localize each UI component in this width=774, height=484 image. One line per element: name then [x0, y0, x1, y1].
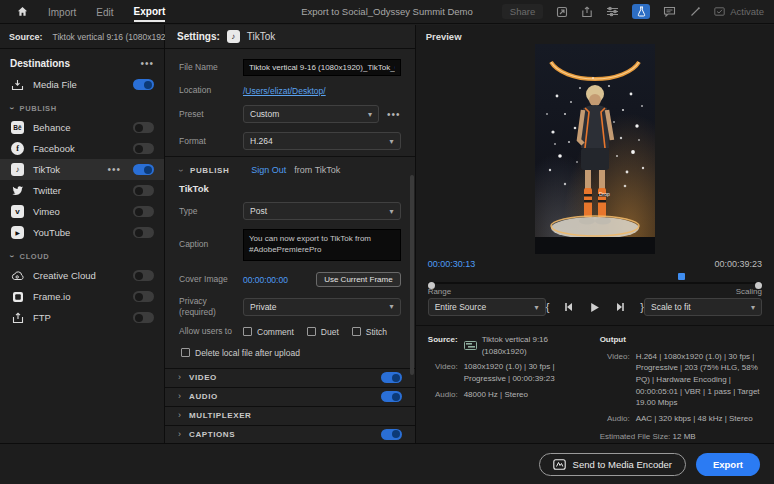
use-current-frame-button[interactable]: Use Current Frame [316, 272, 400, 287]
preset-select[interactable]: Custom▾ [243, 105, 379, 123]
publish-section-label: PUBLISH [190, 166, 229, 175]
twitter-toggle[interactable] [133, 185, 154, 196]
ftp-toggle[interactable] [133, 312, 154, 323]
current-timecode[interactable]: 00:00:30:13 [428, 259, 476, 269]
range-in-handle[interactable] [428, 282, 435, 289]
multiplexer-section[interactable]: › MULTIPLEXER [165, 406, 415, 425]
tab-edit[interactable]: Edit [96, 3, 113, 21]
pen-tool-icon[interactable] [689, 6, 701, 18]
privacy-select[interactable]: Private▾ [243, 298, 401, 316]
vimeo-toggle[interactable] [133, 206, 154, 217]
type-select[interactable]: Post▾ [243, 202, 401, 220]
beta-labs-icon[interactable] [632, 4, 650, 19]
file-name-input[interactable] [243, 59, 401, 76]
audio-toggle[interactable] [381, 391, 402, 402]
destination-creative-cloud[interactable]: Creative Cloud [0, 265, 164, 286]
home-icon[interactable] [10, 6, 34, 17]
destination-facebook[interactable]: f Facebook [0, 138, 164, 159]
share-export-icon[interactable] [581, 6, 593, 18]
captions-toggle[interactable] [381, 429, 402, 440]
facebook-toggle[interactable] [133, 143, 154, 154]
format-select[interactable]: H.264▾ [243, 132, 401, 150]
estimated-file-size-value: 12 MB [673, 432, 696, 441]
source-summary: Source: Tiktok vertical 9:16 (1080x1920)… [422, 334, 594, 443]
tab-export[interactable]: Export [134, 2, 166, 22]
location-link[interactable]: /Users/elizat/Desktop/ [243, 86, 326, 96]
step-forward-icon[interactable] [615, 302, 625, 312]
chevron-down-icon: ▾ [368, 110, 372, 119]
youtube-icon: ▶ [10, 225, 25, 240]
caption-textarea[interactable]: You can now export to TikTok from #Adobe… [243, 229, 401, 261]
preview-timeline-ruler[interactable] [428, 274, 762, 278]
destination-ftp[interactable]: FTP [0, 307, 164, 328]
publish-group-header[interactable]: › PUBLISH [0, 95, 164, 117]
allow-comment-option[interactable]: Comment [243, 327, 294, 337]
cover-image-timecode[interactable]: 00:00:00:00 [243, 275, 288, 285]
quick-export-icon[interactable] [556, 6, 568, 18]
delete-local-file-option[interactable]: Delete local file after upload [181, 348, 401, 358]
destination-frameio[interactable]: Frame.io [0, 286, 164, 307]
facebook-icon: f [10, 141, 25, 156]
destination-behance[interactable]: Bē Behance [0, 117, 164, 138]
estimated-file-size-label: Estimated File Size: [600, 432, 671, 441]
summary-source-label: Source: [422, 334, 458, 357]
youtube-toggle[interactable] [133, 227, 154, 238]
caption-label: Caption [179, 229, 243, 250]
range-slider[interactable] [428, 282, 762, 285]
tiktok-more-icon[interactable]: ••• [107, 164, 121, 175]
workspace-settings-icon[interactable] [606, 6, 619, 17]
allow-stitch-option[interactable]: Stitch [352, 327, 387, 337]
send-to-media-encoder-button[interactable]: Send to Media Encoder [539, 453, 686, 476]
destination-tiktok[interactable]: ♪ TikTok ••• [0, 159, 164, 180]
video-section[interactable]: › VIDEO [165, 368, 415, 387]
range-select[interactable]: Entire Source▾ [428, 298, 546, 316]
publish-group-label: PUBLISH [20, 104, 57, 113]
sequence-icon [464, 341, 477, 350]
chevron-down-icon: ▾ [535, 303, 539, 312]
destination-vimeo[interactable]: v Vimeo [0, 201, 164, 222]
destinations-more-icon[interactable]: ••• [140, 58, 154, 69]
audio-section[interactable]: › AUDIO [165, 387, 415, 406]
set-in-point-button[interactable]: { [546, 301, 550, 313]
settings-scrollbar[interactable] [410, 175, 414, 375]
export-button[interactable]: Export [696, 453, 760, 476]
settings-destination-name: TikTok [247, 31, 276, 42]
media-file-toggle[interactable] [133, 79, 154, 90]
destination-media-file[interactable]: Media File [0, 74, 164, 95]
destinations-header: Destinations ••• [0, 49, 164, 74]
publish-section-header[interactable]: › PUBLISH Sign Out from TikTok [165, 157, 415, 181]
cloud-group-header[interactable]: › CLOUD [0, 243, 164, 265]
from-tiktok-text: from TikTok [294, 165, 340, 175]
step-back-icon[interactable] [564, 302, 574, 312]
activate-button[interactable]: Activate [714, 6, 764, 17]
feedback-icon[interactable] [663, 6, 676, 17]
export-window: Import Edit Export Export to Social_Odys… [0, 0, 774, 484]
footer-bar: Send to Media Encoder Export [0, 443, 774, 484]
top-bar: Import Edit Export Export to Social_Odys… [0, 0, 774, 24]
location-label: Location [179, 85, 243, 96]
preview-title: Preview [416, 25, 774, 44]
destination-twitter[interactable]: Twitter [0, 180, 164, 201]
creative-cloud-toggle[interactable] [133, 270, 154, 281]
share-button[interactable]: Share [502, 4, 543, 19]
chevron-down-icon: › [7, 107, 16, 111]
preview-video-frame[interactable]: Drop [535, 44, 655, 254]
behance-toggle[interactable] [133, 122, 154, 133]
video-toggle[interactable] [381, 372, 402, 383]
cover-image-label: Cover Image [179, 274, 243, 285]
checkbox-icon [307, 327, 316, 336]
tab-import[interactable]: Import [48, 3, 76, 21]
allow-duet-option[interactable]: Duet [307, 327, 339, 337]
summary-source-audio-value: 48000 Hz | Stereo [464, 389, 594, 401]
play-button[interactable] [589, 302, 600, 313]
captions-section[interactable]: › CAPTIONS [165, 425, 415, 443]
tiktok-toggle[interactable] [133, 164, 154, 175]
scaling-select[interactable]: Scale to fit▾ [644, 298, 762, 316]
ftp-label: FTP [33, 312, 51, 323]
preset-more-icon[interactable]: ••• [387, 109, 401, 120]
frameio-toggle[interactable] [133, 291, 154, 302]
playhead-marker[interactable] [678, 273, 685, 280]
range-out-handle[interactable] [755, 282, 762, 289]
sign-out-link[interactable]: Sign Out [251, 165, 286, 175]
destination-youtube[interactable]: ▶ YouTube [0, 222, 164, 243]
